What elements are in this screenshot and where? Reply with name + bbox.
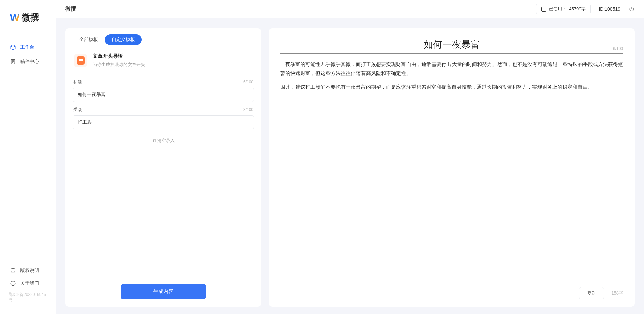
- input-panel: 全部模板 自定义模板 文章开头导语 为你生成抓眼球的文章开头 标题 6/100 …: [65, 28, 261, 307]
- power-icon[interactable]: [629, 6, 635, 12]
- result-paragraph: 一夜暴富的可能性几乎微乎其微，而打工族想要实现财富自由，通常需要付出大量的时间和…: [280, 60, 623, 78]
- cube-icon: [10, 44, 16, 50]
- title-count: 6/100: [243, 80, 253, 84]
- icp-text: 鄂ICP备2022016946号: [0, 290, 56, 307]
- result-paragraph: 因此，建议打工族们不要抱有一夜暴富的期望，而是应该注重积累财富和提高自身技能，通…: [280, 83, 623, 92]
- generate-button[interactable]: 生成内容: [121, 284, 206, 299]
- result-panel: 如何一夜暴富 6/100 一夜暴富的可能性几乎微乎其微，而打工族想要实现财富自由…: [269, 28, 635, 307]
- document-icon: [10, 58, 16, 65]
- nav-item-drafts[interactable]: 稿件中心: [0, 54, 56, 69]
- shield-icon: [10, 268, 16, 274]
- template-subtitle: 为你生成抓眼球的文章开头: [93, 62, 145, 68]
- audience-label: 受众: [73, 107, 82, 113]
- footer-menu: 版权说明 关于我们 鄂ICP备2022016946号: [0, 264, 56, 314]
- nav-label: 工作台: [20, 44, 34, 50]
- tab-all-templates[interactable]: 全部模板: [73, 34, 105, 45]
- copy-button[interactable]: 复制: [579, 287, 604, 299]
- info-icon: [10, 280, 16, 286]
- page-title: 微撰: [65, 6, 76, 13]
- template-title: 文章开头导语: [93, 53, 145, 60]
- audience-field-group: 受众 3/100: [73, 107, 254, 129]
- template-header: 文章开头导语 为你生成抓眼球的文章开头: [73, 45, 254, 74]
- main-area: 全部模板 自定义模板 文章开头导语 为你生成抓眼球的文章开头 标题 6/100 …: [56, 18, 644, 314]
- title-field-group: 标题 6/100: [73, 79, 254, 102]
- result-title: 如何一夜暴富: [280, 38, 623, 51]
- logo-text: 微撰: [22, 12, 39, 24]
- footer-about[interactable]: 关于我们: [0, 277, 56, 290]
- footer-copyright[interactable]: 版权说明: [0, 264, 56, 277]
- result-body: 一夜暴富的可能性几乎微乎其微，而打工族想要实现财富自由，通常需要付出大量的时间和…: [280, 60, 623, 91]
- topbar: 微撰 T 已使用： 45799字 ID:100519: [56, 0, 644, 18]
- clear-inputs-button[interactable]: 🗑 清空录入: [73, 138, 254, 144]
- tab-custom-template[interactable]: 自定义模板: [105, 34, 142, 45]
- audience-input[interactable]: [73, 115, 254, 129]
- usage-badge[interactable]: T 已使用： 45799字: [536, 4, 591, 14]
- result-footer: 复制 158字: [280, 283, 623, 299]
- user-id: ID:100519: [599, 6, 620, 12]
- usage-value: 45799字: [569, 6, 586, 12]
- nav-item-workspace[interactable]: 工作台: [0, 40, 56, 54]
- title-label: 标题: [73, 79, 82, 85]
- footer-label: 版权说明: [20, 268, 39, 274]
- result-title-row: 如何一夜暴富 6/100: [280, 38, 623, 54]
- usage-label: 已使用：: [549, 6, 566, 12]
- logo-icon: W: [10, 12, 19, 24]
- result-title-count: 6/100: [613, 46, 623, 51]
- sidebar: W 微撰 工作台 稿件中心 版权说明 关于我们: [0, 0, 56, 314]
- template-tabs: 全部模板 自定义模板: [73, 34, 254, 45]
- footer-label: 关于我们: [20, 280, 39, 286]
- topbar-right: T 已使用： 45799字 ID:100519: [536, 4, 635, 14]
- title-input[interactable]: [73, 88, 254, 102]
- logo: W 微撰: [0, 0, 56, 34]
- word-count: 158字: [611, 290, 623, 296]
- text-icon: T: [541, 7, 546, 12]
- template-icon: [74, 54, 87, 67]
- nav-menu: 工作台 稿件中心: [0, 34, 56, 264]
- audience-count: 3/100: [243, 107, 253, 112]
- nav-label: 稿件中心: [20, 58, 39, 65]
